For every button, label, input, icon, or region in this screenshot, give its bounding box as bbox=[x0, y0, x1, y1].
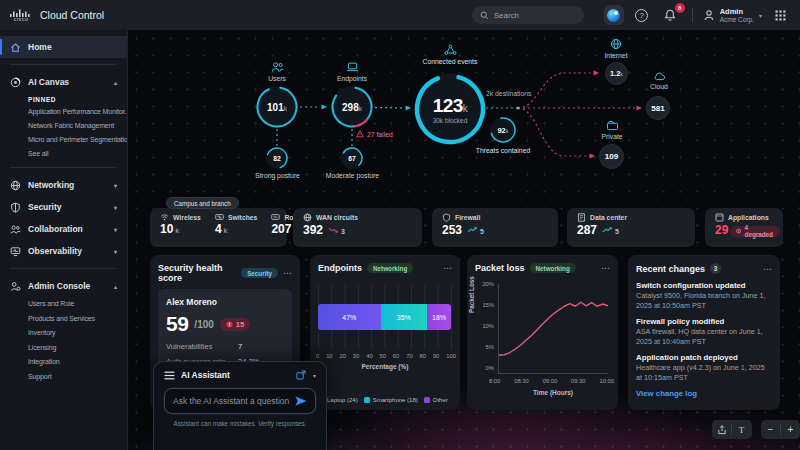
notifications-button[interactable]: 8 bbox=[660, 5, 680, 25]
app-grid-button[interactable] bbox=[770, 5, 790, 25]
sidebar-sublink[interactable]: Support bbox=[0, 370, 127, 385]
sidebar-sublink[interactable]: Inventory bbox=[0, 326, 127, 341]
x-tick: 10:00 bbox=[599, 378, 614, 384]
applications-icon bbox=[715, 213, 724, 222]
shield-icon bbox=[10, 202, 21, 213]
sidebar-item-home[interactable]: Home bbox=[0, 36, 127, 58]
share-button[interactable] bbox=[712, 420, 731, 439]
private-node[interactable]: 109 bbox=[599, 144, 624, 169]
x-tick: 30 bbox=[353, 353, 359, 359]
legend-item: Smartphone (18) bbox=[364, 397, 418, 403]
sidebar-sublink[interactable]: See all bbox=[0, 147, 127, 161]
wan-circuits-card[interactable]: WAN circuits 392 3 bbox=[293, 208, 422, 247]
card-menu-button[interactable]: ⋯ bbox=[443, 265, 452, 271]
sidebar-sublink[interactable]: Users and Role bbox=[0, 297, 127, 312]
text-tool-button[interactable]: T bbox=[732, 420, 751, 439]
change-item[interactable]: Application patch deployedHealthcare app… bbox=[636, 353, 772, 382]
applications-card[interactable]: Applications 29 4 degraded bbox=[705, 208, 783, 247]
view-change-log-link[interactable]: View change log bbox=[636, 389, 772, 398]
help-icon: ? bbox=[635, 9, 648, 22]
connected-events-node[interactable]: 123k 30k blocked bbox=[414, 73, 486, 145]
sidebar-sublink[interactable]: Products and Services bbox=[0, 312, 127, 327]
private-label: Private bbox=[587, 120, 637, 141]
card-menu-button[interactable]: ⋯ bbox=[763, 266, 772, 272]
help-button[interactable]: ? bbox=[632, 5, 652, 25]
zoom-in-button[interactable]: + bbox=[781, 420, 800, 439]
notification-count-badge: 8 bbox=[675, 3, 685, 13]
search-bar[interactable] bbox=[472, 6, 584, 24]
sidebar-item-security[interactable]: Security ▾ bbox=[0, 196, 127, 218]
sidebar-sublink[interactable]: Micro and Perimeter Segmentation bbox=[0, 133, 127, 147]
line-chart bbox=[499, 284, 608, 373]
sidebar-item-networking[interactable]: Networking ▾ bbox=[0, 174, 127, 196]
strong-posture-label: Strong posture bbox=[250, 172, 305, 180]
sidebar: Home AI Canvas ▴ PINNED Application Perf… bbox=[0, 30, 128, 450]
sidebar-sublink[interactable]: Network Fabric Management bbox=[0, 119, 127, 133]
zoom-toolbar-group: − + bbox=[761, 420, 800, 439]
app-grid-icon bbox=[775, 10, 786, 21]
moderate-posture-label: Moderate posture bbox=[325, 172, 380, 180]
sidebar-sublink[interactable]: Licensing bbox=[0, 341, 127, 356]
search-input[interactable] bbox=[494, 11, 574, 20]
cloud-node[interactable]: 581 bbox=[646, 96, 670, 120]
y-tick: 0% bbox=[486, 365, 494, 371]
data-center-icon bbox=[577, 213, 586, 222]
campus-stat-card[interactable]: Wireless 10k Switches 4k bbox=[150, 208, 287, 247]
change-item[interactable]: Firewall policy modifiedASA firewall, HQ… bbox=[636, 317, 772, 346]
hamburger-icon[interactable] bbox=[164, 371, 175, 380]
sidebar-item-label: Admin Console bbox=[28, 281, 90, 291]
change-item[interactable]: Switch configuration updatedCatalyst 950… bbox=[636, 281, 772, 310]
assistant-input[interactable] bbox=[173, 396, 295, 406]
strong-posture-node[interactable]: 82 bbox=[266, 147, 288, 169]
card-menu-button[interactable]: ⋯ bbox=[283, 270, 292, 276]
ai-assistant-nav-button[interactable] bbox=[604, 5, 624, 25]
change-desc: Healthcare app (v4.2.3) on June 1, 2025 … bbox=[636, 363, 772, 382]
moderate-posture-node[interactable]: 67 bbox=[341, 147, 363, 169]
x-axis-label: Time (Hours) bbox=[498, 389, 608, 396]
firewall-card[interactable]: Firewall 253 5 bbox=[432, 208, 558, 247]
private-icon bbox=[606, 120, 619, 131]
y-tick: 5% bbox=[486, 344, 494, 350]
sidebar-item-collaboration[interactable]: Collaboration ▾ bbox=[0, 218, 127, 240]
users-node[interactable]: 101k bbox=[256, 86, 298, 128]
x-tick: 70 bbox=[406, 353, 412, 359]
firewall-shield-icon bbox=[442, 213, 451, 222]
security-pill: Security bbox=[241, 268, 278, 278]
wifi-icon bbox=[160, 213, 169, 221]
zoom-out-button[interactable]: − bbox=[761, 420, 780, 439]
internet-node[interactable]: 1.2k bbox=[605, 62, 628, 85]
x-tick: 0 bbox=[316, 353, 319, 359]
assistant-title: AI Assistant bbox=[181, 370, 230, 380]
packet-loss-card: Packet loss Networking ⋯ Packet Loss 20%… bbox=[467, 255, 618, 410]
alert-shield-icon bbox=[226, 321, 233, 328]
threats-contained-node[interactable]: 92k bbox=[490, 117, 516, 143]
app-title: Cloud Control bbox=[40, 9, 104, 21]
connected-events-icon bbox=[444, 44, 457, 56]
sidebar-item-ai-canvas[interactable]: AI Canvas ▴ bbox=[0, 71, 127, 93]
endpoints-icon bbox=[346, 61, 359, 73]
sidebar-item-observability[interactable]: Observability ▾ bbox=[0, 240, 127, 262]
open-in-new-icon[interactable] bbox=[296, 370, 306, 380]
x-tick: 90 bbox=[433, 353, 439, 359]
degraded-badge: 4 degraded bbox=[730, 226, 779, 237]
sidebar-item-admin-console[interactable]: Admin Console ▴ bbox=[0, 275, 127, 297]
score-alert-badge: 15 bbox=[220, 318, 250, 331]
change-title: Switch configuration updated bbox=[636, 281, 772, 290]
user-menu[interactable]: Admin Acme Corp. ▾ bbox=[703, 8, 762, 23]
ai-assistant-panel: AI Assistant ▾ Assistant can make mistak… bbox=[153, 361, 327, 450]
card-menu-button[interactable]: ⋯ bbox=[601, 265, 610, 271]
pinned-label: PINNED bbox=[0, 93, 127, 105]
chevron-down-icon: ▾ bbox=[759, 12, 762, 19]
send-icon[interactable] bbox=[295, 396, 307, 406]
change-desc: Catalyst 9500, Florida branch on June 1,… bbox=[636, 291, 772, 310]
sidebar-sublink[interactable]: Application Performance Monitor... bbox=[0, 105, 127, 119]
endpoints-node[interactable]: 298k bbox=[331, 86, 373, 128]
networking-icon bbox=[10, 180, 21, 191]
campus-and-branch-tab[interactable]: Campus and branch bbox=[166, 197, 239, 209]
data-center-card[interactable]: Data center 287 5 bbox=[567, 208, 695, 247]
admin-console-links: Users and RoleProducts and ServicesInven… bbox=[0, 297, 127, 384]
x-axis-ticks: 8:0008:3009:0009:3010:00 bbox=[489, 378, 614, 384]
collapse-chevron-icon[interactable]: ▾ bbox=[313, 372, 316, 379]
sidebar-sublink[interactable]: Integration bbox=[0, 355, 127, 370]
change-title: Firewall policy modified bbox=[636, 317, 772, 326]
